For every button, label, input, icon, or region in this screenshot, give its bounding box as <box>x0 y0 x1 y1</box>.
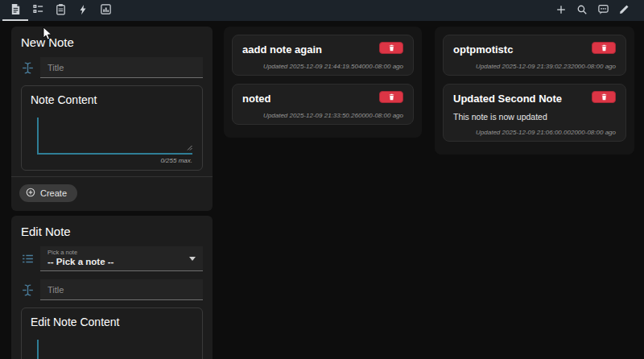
edit-note-panel: Edit Note Pick a note -- Pick a note -- … <box>11 216 213 359</box>
caret-down-icon <box>189 257 196 261</box>
tab-clipboard[interactable] <box>49 0 72 21</box>
note-content-label: Note Content <box>31 93 193 106</box>
resize-handle-icon[interactable] <box>187 139 192 154</box>
comments-button[interactable] <box>592 0 613 21</box>
delete-note-button[interactable] <box>379 42 403 54</box>
note-title: optpmotistc <box>453 42 513 56</box>
edit-note-title-input[interactable] <box>40 279 203 300</box>
note-card: optpmotistc Updated 2025-12-09 21:39:02.… <box>443 35 626 76</box>
delete-note-button[interactable] <box>592 42 616 54</box>
note-updated-timestamp: Updated 2025-12-09 21:33:50.260000-08:00… <box>242 112 403 119</box>
new-note-footer: Create <box>11 177 213 209</box>
top-toolbar <box>0 0 644 21</box>
edit-note-select-row: Pick a note -- Pick a note -- <box>11 246 213 271</box>
new-note-heading: New Note <box>11 27 213 54</box>
file-text-icon <box>10 3 22 18</box>
edit-button[interactable] <box>613 0 634 21</box>
note-title: Updated Second Note <box>453 91 562 105</box>
pick-note-select-label: Pick a note <box>47 249 185 256</box>
edit-note-title-row <box>11 279 213 300</box>
plus-circle-icon <box>26 188 35 199</box>
trash-icon <box>388 42 395 54</box>
edit-note-content-textarea[interactable] <box>37 340 192 359</box>
note-updated-timestamp: Updated 2025-12-09 21:39:02.232000-08:00… <box>453 63 616 70</box>
search-icon <box>576 4 588 18</box>
lightning-icon <box>77 4 89 18</box>
trash-icon <box>601 42 608 54</box>
tab-checklist[interactable] <box>27 0 49 21</box>
checklist-icon <box>32 3 44 18</box>
notes-app: New Note Note Content 0/255 max. <box>0 0 644 359</box>
delete-note-button[interactable] <box>379 91 403 103</box>
delete-note-button[interactable] <box>592 91 616 103</box>
note-title: aadd note again <box>242 42 322 56</box>
add-button[interactable] <box>551 0 572 21</box>
cursor-text-icon <box>21 283 35 297</box>
clipboard-icon <box>55 3 67 18</box>
tab-notes[interactable] <box>4 0 27 21</box>
tab-stats[interactable] <box>94 0 117 21</box>
create-button-label: Create <box>40 188 67 198</box>
bar-chart-icon <box>100 3 112 18</box>
pick-note-select-value: -- Pick a note -- <box>47 256 185 267</box>
edit-note-content-label: Edit Note Content <box>31 316 193 328</box>
note-card: aadd note again Updated 2025-12-09 21:44… <box>232 35 414 76</box>
comment-icon <box>597 3 609 18</box>
notes-column: optpmotistc Updated 2025-12-09 21:39:02.… <box>435 27 634 155</box>
new-note-panel: New Note Note Content 0/255 max. <box>11 27 213 211</box>
new-note-content-box: Note Content 0/255 max. <box>21 85 203 171</box>
pick-note-select[interactable]: Pick a note -- Pick a note -- <box>40 246 203 271</box>
list-icon <box>21 252 35 266</box>
char-counter: 0/255 max. <box>31 155 193 168</box>
plus-icon <box>555 4 567 18</box>
search-button[interactable] <box>572 0 592 21</box>
note-card: Updated Second Note This note is now upd… <box>443 84 626 142</box>
new-note-title-input[interactable] <box>40 57 203 78</box>
cursor-text-icon <box>21 61 35 75</box>
note-updated-timestamp: Updated 2025-12-09 21:44:19.504000-08:00… <box>242 63 403 70</box>
trash-icon <box>388 91 395 103</box>
note-updated-timestamp: Updated 2025-12-09 21:06:00.002000-08:00… <box>453 129 616 136</box>
pencil-icon <box>618 4 630 18</box>
new-note-content-textarea[interactable] <box>37 118 192 155</box>
edit-note-heading: Edit Note <box>11 216 213 243</box>
note-card: noted Updated 2025-12-09 21:33:50.260000… <box>232 84 414 125</box>
note-body: This note is now updated <box>453 112 616 122</box>
notes-column: aadd note again Updated 2025-12-09 21:44… <box>224 27 422 138</box>
edit-note-content-box: Edit Note Content <box>21 307 203 359</box>
create-button[interactable]: Create <box>19 184 77 202</box>
note-title: noted <box>242 91 270 105</box>
tab-actions[interactable] <box>72 0 94 21</box>
trash-icon <box>601 91 608 103</box>
new-note-title-row <box>11 57 213 78</box>
